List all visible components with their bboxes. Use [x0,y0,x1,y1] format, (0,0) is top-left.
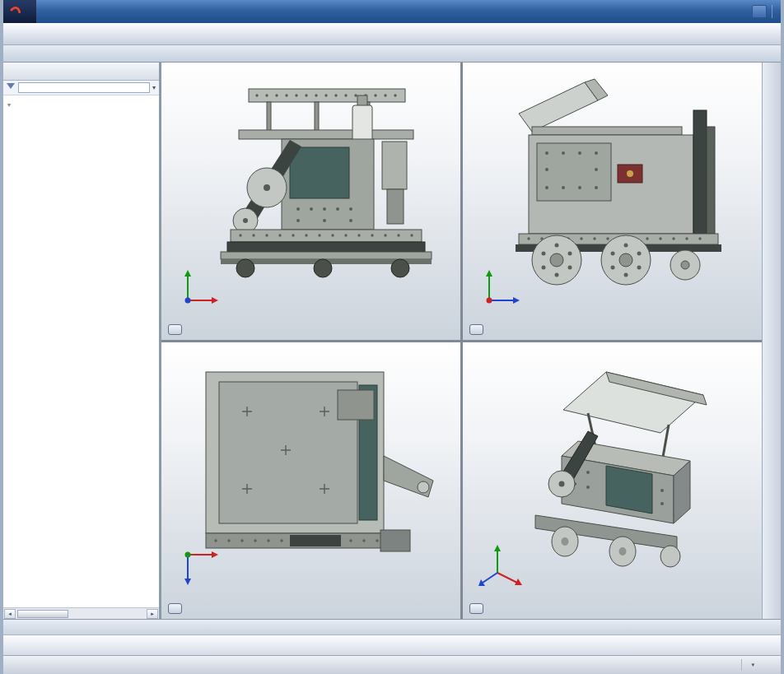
scroll-left-icon[interactable]: ◂ [4,609,16,619]
assembly-toolbar [3,23,781,45]
title-bar-right [752,5,781,18]
dropdown-caret-icon [751,662,754,668]
solidworks-window: ▾ ◂ ▸ [0,0,784,674]
tree-root-item[interactable] [5,97,159,112]
orientation-triad [478,266,525,314]
view-label-front [168,324,185,335]
robot-model-front-view [191,84,446,291]
toolbar-separator [772,5,772,18]
filter-funnel-icon[interactable] [7,83,15,93]
view-label-icon [168,324,182,335]
viewport-front[interactable] [161,63,460,340]
sketch-toolbar [3,634,781,655]
task-pane-strip [762,63,781,619]
orientation-triad [478,543,530,593]
status-custom-dropdown[interactable] [741,659,761,671]
scrollbar-thumb[interactable] [17,610,68,618]
robot-model-left-view [486,77,749,296]
orientation-triad [176,542,224,593]
status-bar [3,655,781,674]
title-bar [3,0,781,23]
view-label-icon [469,324,483,335]
headsup-view-toolbar [306,66,316,67]
help-icon[interactable] [752,5,767,18]
scroll-right-icon[interactable]: ▸ [147,609,158,619]
filter-caret-icon[interactable]: ▾ [152,84,156,91]
panel-tab-strip [3,63,159,81]
viewport-left[interactable] [463,63,762,340]
view-label-icon [168,603,182,614]
view-label-left [469,324,487,335]
tree-horizontal-scrollbar[interactable]: ◂ ▸ [3,607,159,619]
brand-swoosh-icon [8,4,23,19]
tree-filter-input[interactable] [18,82,150,93]
main-area: ▾ ◂ ▸ [3,63,781,619]
solidworks-logo [3,0,36,23]
graphics-area [161,63,762,619]
featuremanager-panel: ▾ ◂ ▸ [3,63,161,619]
status-right-group [741,659,774,671]
document-tab-bar [3,619,781,634]
expander-icon[interactable] [5,101,13,109]
tree-filter-row: ▾ [3,81,159,95]
orientation-triad [176,266,224,314]
view-label-icon [469,603,483,614]
feature-tree [3,95,159,607]
view-label-isometric [469,603,487,614]
view-label-top [168,603,185,614]
viewport-top[interactable] [161,342,460,620]
viewport-isometric[interactable] [463,342,762,620]
commandmanager-tabs [3,45,781,63]
